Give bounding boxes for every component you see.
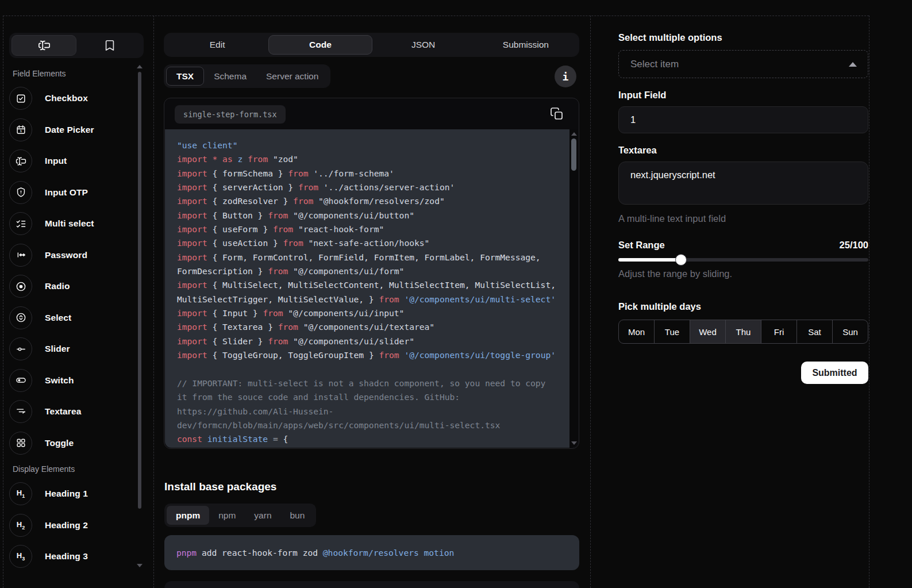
sidebar-item-radio[interactable]: Radio xyxy=(9,271,136,302)
code-line: https://github.com/Ali-Hussein- xyxy=(177,405,565,418)
submit-button[interactable]: Submitted xyxy=(801,362,868,384)
bookmark-icon xyxy=(103,39,116,52)
checkbox-icon xyxy=(9,87,32,110)
install-heading: Install base packages xyxy=(164,481,276,493)
sidebar-item-switch[interactable]: Switch xyxy=(9,365,136,397)
slider-thumb[interactable] xyxy=(675,254,687,266)
svg-text:1: 1 xyxy=(20,129,22,133)
sidebar-item-label: Date Picker xyxy=(45,125,94,135)
code-line: dev/formcn/blob/main/apps/web/src/compon… xyxy=(177,418,565,432)
sidebar-item-label: Select xyxy=(45,313,71,323)
code-line: const initialState = { xyxy=(177,432,565,446)
list-checks-icon xyxy=(9,212,32,235)
tab-edit[interactable]: Edit xyxy=(166,35,268,55)
sidebar-item-select[interactable]: Select xyxy=(9,302,136,334)
code-scrollbar-thumb[interactable] xyxy=(571,139,576,171)
copy-icon xyxy=(550,107,564,121)
code-subtabs: TSXSchemaServer action xyxy=(164,64,330,88)
code-line: import { ToggleGroup, ToggleGroupItem } … xyxy=(177,348,565,362)
sidebar-item-password[interactable]: Password xyxy=(9,240,136,271)
code-line: FormDescription } from "@/components/ui/… xyxy=(177,264,565,278)
input-field-value: 1 xyxy=(630,114,636,125)
sidebar-item-input-otp[interactable]: Input OTP xyxy=(9,177,136,209)
sidebar-item-heading-2[interactable]: H2Heading 2 xyxy=(9,510,136,541)
pm-tab-pnpm[interactable]: pnpm xyxy=(167,506,209,525)
sidebar-item-heading-1[interactable]: H1Heading 1 xyxy=(9,478,136,510)
copy-button[interactable] xyxy=(550,107,564,121)
input-field[interactable]: 1 xyxy=(618,106,868,133)
code-scrollbar[interactable] xyxy=(569,129,578,448)
divider xyxy=(590,16,591,588)
sidebar-section-label: Field Elements xyxy=(9,63,136,83)
sidebar-item-label: Multi select xyxy=(45,218,94,229)
sidebar-tab-text-cursor-input[interactable] xyxy=(11,35,76,56)
days-label: Pick multiple days xyxy=(618,301,701,312)
sidebar-item-date-picker[interactable]: 1Date Picker xyxy=(9,114,136,146)
day-toggle-thu[interactable]: Thu xyxy=(725,320,761,343)
code-line: import { useAction } from "next-safe-act… xyxy=(177,236,565,250)
text-cursor-input-icon xyxy=(38,39,51,52)
chevron-up-icon xyxy=(849,62,857,67)
command-token: pnpm xyxy=(176,548,197,558)
textarea-field[interactable]: next.jqueryscript.net xyxy=(618,162,868,205)
sidebar-scrollbar-thumb[interactable] xyxy=(138,72,141,509)
code-line: import { zodResolver } from "@hookform/r… xyxy=(177,194,565,208)
sidebar-item-label: Slider xyxy=(45,344,70,354)
switch-icon xyxy=(9,369,32,392)
divider xyxy=(869,16,869,588)
sidebar-item-checkbox[interactable]: Checkbox xyxy=(9,83,136,114)
info-icon: i xyxy=(563,71,569,83)
pm-tab-yarn[interactable]: yarn xyxy=(245,506,280,525)
sidebar-item-slider[interactable]: Slider xyxy=(9,333,136,365)
scroll-down-icon[interactable] xyxy=(571,441,577,445)
sidebar-item-label: Heading 2 xyxy=(45,520,88,531)
code-line: import { MultiSelect, MultiSelectContent… xyxy=(177,278,565,292)
code-line xyxy=(177,363,565,376)
sidebar-item-heading-3[interactable]: H3Heading 3 xyxy=(9,541,136,572)
scroll-down-icon[interactable] xyxy=(137,564,143,567)
password-icon xyxy=(9,244,32,267)
scroll-up-icon[interactable] xyxy=(137,65,143,68)
slider-fill xyxy=(618,258,681,262)
sidebar-item-textarea[interactable]: Textarea xyxy=(9,396,136,428)
subtab-schema[interactable]: Schema xyxy=(204,67,256,86)
scroll-up-icon[interactable] xyxy=(571,132,577,136)
sidebar-item-label: Switch xyxy=(45,375,74,386)
sidebar-item-input[interactable]: Input xyxy=(9,145,136,177)
pm-tab-npm[interactable]: npm xyxy=(209,506,245,525)
day-toggle-tue[interactable]: Tue xyxy=(654,320,690,343)
tab-code[interactable]: Code xyxy=(268,35,372,55)
day-toggle-wed[interactable]: Wed xyxy=(690,320,725,343)
code-line: "use client" xyxy=(177,139,565,152)
package-manager-tabs: pnpmnpmyarnbun xyxy=(164,504,316,527)
tab-submission[interactable]: Submission xyxy=(475,35,577,55)
range-slider[interactable] xyxy=(618,254,868,266)
subtab-tsx[interactable]: TSX xyxy=(166,67,204,86)
info-button[interactable]: i xyxy=(555,66,576,87)
multiselect-trigger[interactable]: Select item xyxy=(618,50,868,78)
sidebar-item-label: Radio xyxy=(45,281,70,291)
sidebar-item-multi-select[interactable]: Multi select xyxy=(9,208,136,240)
select-icon xyxy=(9,306,32,329)
textarea-label: Textarea xyxy=(618,145,657,156)
day-toggle-sun[interactable]: Sun xyxy=(832,320,868,343)
command-token: @hookform/resolvers motion xyxy=(323,548,454,558)
sidebar-item-label: Toggle xyxy=(45,438,74,448)
sidebar-tab-bookmark[interactable] xyxy=(78,35,141,56)
divider xyxy=(3,16,869,16)
sidebar-scrollbar[interactable] xyxy=(137,65,143,578)
day-toggle-sat[interactable]: Sat xyxy=(796,320,832,343)
sidebar-item-toggle[interactable]: Toggle xyxy=(9,428,136,459)
divider xyxy=(153,16,154,588)
pm-tab-bun[interactable]: bun xyxy=(281,506,314,525)
code-viewer[interactable]: "use client"import * as z from "zod"impo… xyxy=(165,129,578,448)
sidebar-item-label: Heading 3 xyxy=(45,551,88,562)
code-line: import { Slider } from "@/components/ui/… xyxy=(177,335,565,348)
subtab-server-action[interactable]: Server action xyxy=(256,67,328,86)
day-toggle-fri[interactable]: Fri xyxy=(761,320,796,343)
code-line: import { useForm } from "react-hook-form… xyxy=(177,222,565,236)
divider xyxy=(3,16,3,588)
tab-json[interactable]: JSON xyxy=(372,35,475,55)
day-toggle-mon[interactable]: Mon xyxy=(619,320,654,343)
install-command[interactable]: pnpm add react-hook-form zod @hookform/r… xyxy=(164,535,579,570)
